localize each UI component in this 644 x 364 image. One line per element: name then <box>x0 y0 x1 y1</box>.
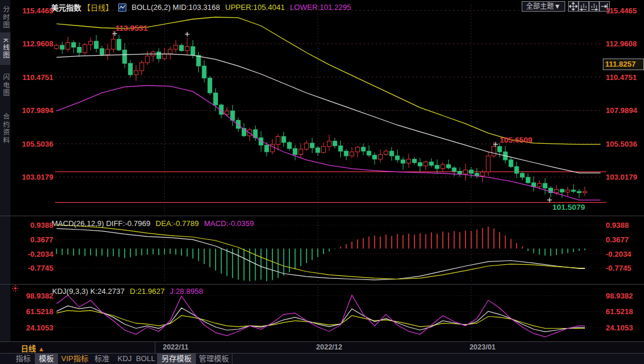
toolbar-tab-0[interactable]: 指标 <box>13 354 34 364</box>
toolbar-divider <box>232 354 232 364</box>
indicator-icon[interactable] <box>118 3 126 12</box>
kdj-j-value: J:28.8958 <box>170 287 203 296</box>
toolbar-tab-6[interactable]: 另存模板 <box>157 354 196 364</box>
macd-value: MACD:-0.0359 <box>204 219 254 228</box>
axis-tick-label: 0.9388 <box>606 221 644 230</box>
axis-tick-label: 103.0179 <box>12 173 53 181</box>
period-text: 日线 <box>21 344 36 353</box>
chart-app-window: 113.9531105.6509101.5079 分时图K线图闪电图合约资料 美… <box>0 0 644 364</box>
axis-tick-label: 103.0179 <box>606 173 644 181</box>
panel-divider[interactable] <box>0 216 644 216</box>
axis-tick-label: 24.1053 <box>12 323 53 332</box>
axis-tick-label: 105.5036 <box>606 140 644 148</box>
axis-tick-label: 112.9608 <box>606 39 644 48</box>
date-label: 2022/12 <box>316 343 342 351</box>
axis-tick-label: 0.9388 <box>12 221 53 230</box>
svg-text:101.5079: 101.5079 <box>552 203 585 212</box>
chart-canvas[interactable]: 113.9531105.6509101.5079 <box>0 0 644 364</box>
axis-tick-label: 115.4465 <box>606 6 644 15</box>
pan-icon[interactable] <box>568 1 578 12</box>
cell-divider <box>155 342 155 353</box>
toolbar-tab-3[interactable]: 标准 <box>92 354 112 364</box>
boll-mid-value: BOLL(26,2) MID:103.3168 <box>132 3 220 12</box>
axis-tick-label: 98.9382 <box>12 292 53 300</box>
svg-text:105.6509: 105.6509 <box>500 136 532 144</box>
axis-tick-label: 98.9382 <box>606 292 644 300</box>
macd-diff-value: MACD(26,12,9) DIFF:-0.7969 <box>52 219 151 228</box>
toolbar-tab-1[interactable]: 模板 <box>35 354 58 364</box>
kdj-d-value: D:21.9627 <box>130 287 165 296</box>
toolbar-tab-5[interactable]: BOLL <box>135 354 156 364</box>
indicator-toolbar: 指标模板VIP指标标准KDJBOLL另存模板管理模板 <box>0 354 644 364</box>
sidebar-item-3[interactable]: 合约资料 <box>0 105 10 152</box>
sidebar-item-0[interactable]: 分时图 <box>0 3 10 31</box>
axis-tick-label: 110.4751 <box>606 73 644 82</box>
toolbar-tab-4[interactable]: KDJ <box>115 354 134 364</box>
time-axis-row: 日线 ▲ 2022/112022/122023/01 <box>0 342 644 353</box>
axis-tick-label: 0.3677 <box>606 235 644 244</box>
axis-tick-label: 112.9608 <box>12 39 53 48</box>
expand-bars-icon[interactable] <box>589 1 599 12</box>
toolbar-tab-7[interactable]: 管理模板 <box>197 354 231 364</box>
macd-header: MACD(26,12,9) DIFF:-0.7969 DEA:-0.7789 M… <box>52 219 254 228</box>
axis-tick-label: 61.5218 <box>606 307 644 316</box>
date-label: 2022/11 <box>163 343 189 351</box>
last-price-tag: 111.8257 <box>603 59 644 70</box>
axis-tick-label: 105.5036 <box>12 140 53 148</box>
sidebar-item-2[interactable]: 闪电图 <box>0 70 10 101</box>
boll-upper-value: UPPER:105.4041 <box>225 3 285 12</box>
axis-tick-label: 107.9894 <box>12 106 53 115</box>
chart-type-sidebar: 分时图K线图闪电图合约资料 <box>0 0 10 343</box>
panel-divider[interactable] <box>0 284 644 285</box>
axis-tick-label: 61.5218 <box>12 307 53 316</box>
toolbar-tab-2[interactable]: VIP指标 <box>60 354 90 364</box>
macd-dea-value: DEA:-0.7789 <box>156 219 199 228</box>
kdj-header: KDJ(9,3,3) K:24.2737 D:21.9627 J:28.8958 <box>52 287 203 296</box>
boll-lower-value: LOWER:101.2295 <box>290 3 351 12</box>
axis-tick-label: -0.7745 <box>606 264 644 272</box>
axis-tick-label: 0.3677 <box>12 235 53 244</box>
compress-bars-icon[interactable] <box>578 1 589 12</box>
axis-tick-label: 24.1053 <box>606 323 644 332</box>
axis-tick-label: 115.4465 <box>12 6 53 15</box>
main-chart-header: 美元指数【日线】 BOLL(26,2) MID:103.3168 UPPER:1… <box>51 2 351 13</box>
svg-text:113.9531: 113.9531 <box>115 24 148 32</box>
date-label: 2023/01 <box>470 343 496 351</box>
axis-tick-label: 107.9894 <box>606 106 644 115</box>
theme-dropdown-button[interactable]: 全部主题▼ <box>522 1 565 12</box>
axis-tick-label: -0.2034 <box>12 250 53 259</box>
symbol-name: 美元指数 <box>51 2 81 13</box>
period-selector[interactable]: 日线 ▲ <box>21 343 45 354</box>
axis-tick-label: -0.2034 <box>606 250 644 259</box>
sidebar-item-1[interactable]: K线图 <box>0 32 10 65</box>
chevron-up-icon: ▲ <box>38 345 45 352</box>
period-label: 【日线】 <box>83 2 113 13</box>
axis-tick-label: 110.4751 <box>12 73 53 82</box>
kdj-k-value: KDJ(9,3,3) K:24.2737 <box>52 287 125 296</box>
axis-tick-label: -0.7745 <box>12 264 53 272</box>
